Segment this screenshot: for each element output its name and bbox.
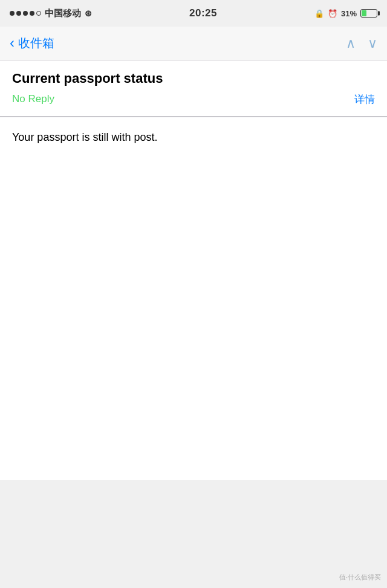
signal-dot-3 [23,11,28,16]
email-details-link[interactable]: 详情 [354,92,375,106]
status-left: 中国移动 ⊛ [10,8,92,19]
alarm-icon: ⏰ [328,9,337,18]
wifi-icon: ⊛ [85,8,92,18]
down-arrow-button[interactable]: ∨ [368,36,377,51]
status-time: 20:25 [189,7,217,19]
watermark: 值·什么值得买 [339,573,381,582]
battery-container [360,9,377,18]
status-bar: 中国移动 ⊛ 20:25 🔒 ⏰ 31% [0,0,387,27]
email-body: Your passport is still with post. [0,117,387,480]
email-sender: No Reply [12,93,54,105]
status-right: 🔒 ⏰ 31% [314,9,377,18]
email-body-text: Your passport is still with post. [12,129,375,146]
carrier-label: 中国移动 [45,8,81,19]
signal-dots [10,11,41,16]
signal-dot-1 [10,11,15,16]
signal-dot-4 [30,11,34,16]
chevron-left-icon: ‹ [10,36,15,50]
email-header: Current passport status No Reply 详情 [0,60,387,117]
signal-dot-2 [16,11,21,16]
nav-actions: ∧ ∨ [346,36,377,51]
email-subject: Current passport status [12,70,375,88]
up-arrow-button[interactable]: ∧ [346,36,356,51]
nav-bar: ‹ 收件箱 ∧ ∨ [0,27,387,60]
battery-icon [360,9,377,18]
battery-percent: 31% [341,9,357,18]
back-button[interactable]: ‹ 收件箱 [10,35,54,51]
back-label: 收件箱 [18,35,54,51]
battery-fill [362,10,366,16]
lock-icon: 🔒 [314,9,324,18]
signal-dot-5 [36,11,41,16]
email-meta: No Reply 详情 [12,92,375,106]
